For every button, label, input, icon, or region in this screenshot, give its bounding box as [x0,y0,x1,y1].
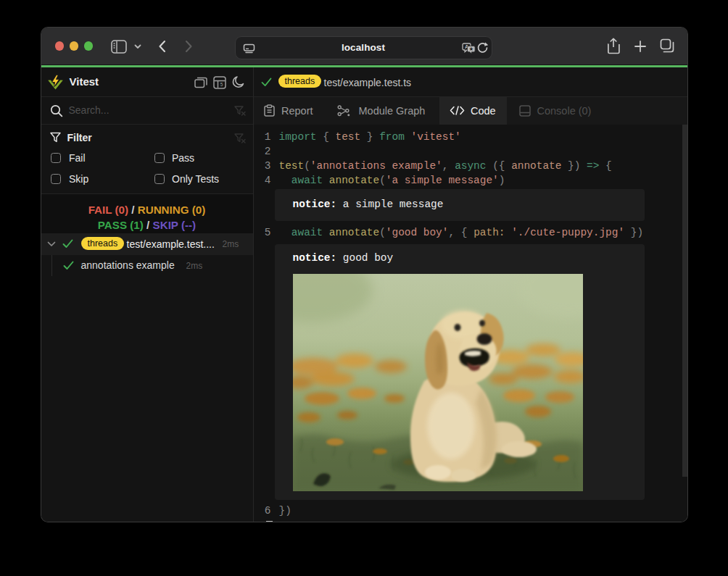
svg-text:★: ★ [468,46,473,52]
svg-text:5: 5 [220,81,223,86]
